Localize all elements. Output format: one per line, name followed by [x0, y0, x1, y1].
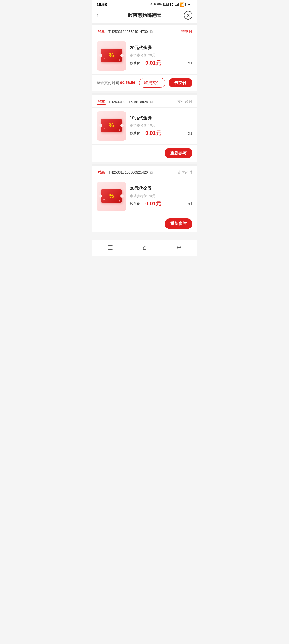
back-nav-icon[interactable]: ↩: [176, 244, 182, 251]
product-info-3: 20元代金券 市场参考价 20元 秒杀价： 0.01元 x1: [130, 186, 192, 207]
wifi-icon: 📶: [180, 2, 184, 7]
sparkle-icon: ✦: [103, 57, 105, 61]
battery-level: 51: [188, 3, 190, 6]
coupon-visual-1: ✦ ✦ % ✦ ✦: [101, 49, 122, 63]
copy-icon-2[interactable]: ⧉: [150, 99, 153, 104]
market-price-3: 市场参考价 20元: [130, 194, 192, 198]
timer-value: 00:56:56: [120, 80, 135, 85]
order-header-left-1: 特惠 TH250318105524914700 ⧉: [97, 29, 153, 34]
product-info-1: 20元代金券 市场参考价 20元 秒杀价： 0.01元 x1: [130, 45, 192, 67]
sparkle-icon: ✦: [103, 127, 105, 131]
price-label-2: 秒杀价：: [130, 131, 144, 136]
menu-nav-icon[interactable]: ☰: [107, 244, 113, 251]
sparkle-icon: ✦: [118, 128, 121, 132]
signal-icon: [175, 3, 179, 6]
order-id-1: TH250318105524914700: [108, 30, 148, 34]
product-row-3: ✦ ✦ % ✦ ✦ 20元代金券 市场参考价 20元 秒杀价： 0.01元 x1: [92, 178, 197, 215]
sparkle-icon: ✦: [103, 198, 105, 201]
back-button[interactable]: ‹: [97, 12, 105, 19]
hd-badge: HD: [163, 3, 169, 6]
product-name-2: 10元代金券: [130, 115, 192, 121]
coupon-visual-2: ✦ ✦ % ✦ ✦: [101, 119, 122, 133]
order-footer-1: 剩余支付时间 00:56:56 取消支付 去支付: [92, 75, 197, 91]
close-icon: ✕: [187, 13, 190, 18]
market-price-1: 市场参考价 20元: [130, 53, 192, 58]
network-speed: 0.00 KB/s: [151, 3, 162, 6]
price-value-1: 0.01元: [145, 59, 161, 67]
order-id-2: TH250318101625816828: [108, 100, 148, 104]
price-value-3: 0.01元: [145, 200, 161, 207]
product-name-3: 20元代金券: [130, 186, 192, 191]
product-row-1: ✦ ✦ % ✦ ✦ 20元代金券 市场参考价 20元 秒杀价： 0.01元 x1: [92, 37, 197, 75]
percent-icon: %: [109, 193, 114, 200]
product-name-1: 20元代金券: [130, 45, 192, 51]
header: ‹ 黔南惠购嗨翻天 ✕: [92, 8, 197, 23]
order-header-left-3: 特惠 TH250318100000925420 ⧉: [97, 170, 153, 175]
quantity-1: x1: [188, 61, 192, 65]
go-pay-button[interactable]: 去支付: [169, 78, 192, 87]
section-divider-2: [92, 93, 197, 95]
price-label-3: 秒杀价：: [130, 201, 144, 206]
market-price-2: 市场参考价 10元: [130, 123, 192, 128]
order-footer-2: 重新参与: [92, 145, 197, 162]
order-card-3: 特惠 TH250318100000925420 ⧉ 支付超时 ✦ ✦ % ✦ ✦: [92, 166, 197, 232]
product-row-2: ✦ ✦ % ✦ ✦ 10元代金券 市场参考价 10元 秒杀价： 0.01元 x1: [92, 108, 197, 145]
price-value-2: 0.01元: [145, 129, 161, 137]
status-bar: 10:58 0.00 KB/s HD 5G 📶 51: [92, 0, 197, 8]
price-label-1: 秒杀价：: [130, 61, 144, 66]
order-status-2: 支付超时: [177, 99, 192, 104]
copy-icon-3[interactable]: ⧉: [150, 170, 153, 175]
status-time: 10:58: [97, 2, 107, 7]
timer-label: 剩余支付时间: [97, 80, 120, 85]
order-header-3: 特惠 TH250318100000925420 ⧉ 支付超时: [92, 166, 197, 178]
close-button[interactable]: ✕: [184, 11, 192, 20]
order-card-2: 特惠 TH250318101625816828 ⧉ 支付超时 ✦ ✦ % ✦ ✦: [92, 95, 197, 162]
page-title: 黔南惠购嗨翻天: [105, 12, 184, 18]
copy-icon-1[interactable]: ⧉: [150, 29, 153, 34]
quantity-3: x1: [188, 201, 192, 206]
status-right: 0.00 KB/s HD 5G 📶 51: [151, 2, 193, 7]
order-header-1: 特惠 TH250318105524914700 ⧉ 待支付: [92, 25, 197, 37]
section-divider-3: [92, 164, 197, 166]
percent-icon: %: [109, 122, 114, 129]
sparkle-icon: ✦: [118, 58, 121, 62]
order-status-1: 待支付: [181, 29, 192, 34]
cancel-payment-button[interactable]: 取消支付: [139, 78, 165, 88]
special-tag-1: 特惠: [97, 29, 106, 34]
section-divider: [92, 23, 197, 25]
price-row-3: 秒杀价： 0.01元 x1: [130, 200, 192, 207]
product-info-2: 10元代金券 市场参考价 10元 秒杀价： 0.01元 x1: [130, 115, 192, 137]
rejoin-button-2[interactable]: 重新参与: [165, 218, 192, 229]
order-status-3: 支付超时: [177, 170, 192, 175]
price-row-1: 秒杀价： 0.01元 x1: [130, 59, 192, 67]
special-tag-3: 特惠: [97, 170, 106, 175]
order-card-1: 特惠 TH250318105524914700 ⧉ 待支付 ✦ ✦ % ✦ ✦: [92, 25, 197, 91]
rejoin-button-1[interactable]: 重新参与: [165, 148, 192, 158]
order-header-left-2: 特惠 TH250318101625816828 ⧉: [97, 99, 153, 105]
special-tag-2: 特惠: [97, 99, 106, 105]
orders-list: 特惠 TH250318105524914700 ⧉ 待支付 ✦ ✦ % ✦ ✦: [92, 25, 197, 240]
bottom-spacer: [92, 234, 197, 240]
order-header-2: 特惠 TH250318101625816828 ⧉ 支付超时: [92, 95, 197, 108]
quantity-2: x1: [188, 131, 192, 135]
battery-indicator: 51: [185, 3, 192, 6]
bottom-navigation: ☰ ⌂ ↩: [92, 240, 197, 256]
product-image-3: ✦ ✦ % ✦ ✦: [97, 182, 126, 211]
percent-icon: %: [109, 52, 114, 59]
sparkle-icon: ✦: [118, 199, 121, 203]
price-row-2: 秒杀价： 0.01元 x1: [130, 129, 192, 137]
timer-area: 剩余支付时间 00:56:56: [97, 80, 136, 85]
product-image-1: ✦ ✦ % ✦ ✦: [97, 41, 126, 71]
5g-badge: 5G: [170, 3, 174, 6]
home-nav-icon[interactable]: ⌂: [143, 244, 147, 251]
order-footer-3: 重新参与: [92, 215, 197, 232]
order-id-3: TH250318100000925420: [108, 170, 148, 174]
coupon-visual-3: ✦ ✦ % ✦ ✦: [101, 189, 122, 204]
product-image-2: ✦ ✦ % ✦ ✦: [97, 111, 126, 141]
